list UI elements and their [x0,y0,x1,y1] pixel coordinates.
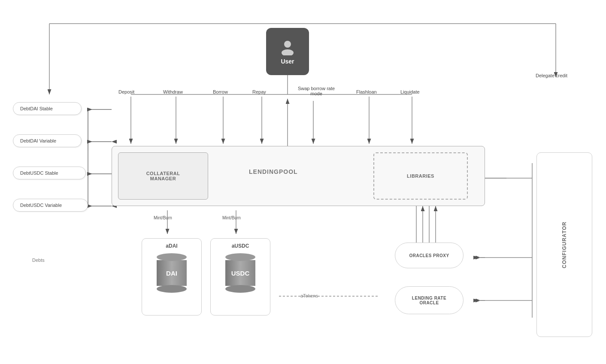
liquidate-label: Liquidate [400,89,420,94]
libraries-box: LIBRARIES [373,152,468,200]
configurator-box: CONFIGURATOR [536,152,592,337]
deposit-label: Deposit [118,89,134,94]
adai-label: aDAI [166,243,177,249]
usdc-cylinder: USDC [225,253,255,293]
user-box: User [266,28,309,75]
user-label: User [281,58,294,65]
usdc-text: USDC [231,270,250,277]
collateral-manager-box: COLLATERAL MANAGER [118,152,208,200]
swap-borrow-label: Swap borrow rate mode [297,86,336,96]
oracles-proxy-label: ORACLES PROXY [409,253,449,258]
collateral-manager-label: COLLATERAL MANAGER [146,171,180,181]
debt-box-0: DebtDAI Stable [13,102,82,115]
debt-label-0: DebtDAI Stable [20,106,53,111]
debt-label-1: DebtDAI Variable [20,138,56,143]
ausdc-label: aUSDC [232,243,249,249]
debt-box-3: DebtUSDC Variable [13,199,88,212]
debt-box-1: DebtDAI Variable [13,134,82,147]
mint-burn-label-1: Mint/Burn [154,215,172,220]
oracles-proxy-box: ORACLES PROXY [395,243,464,268]
svg-point-48 [282,49,294,55]
repay-label: Repay [252,89,266,94]
flashloan-label: Flashloan [356,89,377,94]
delegate-credit-label: Delegate credit [536,73,567,78]
ausdc-box: aUSDC USDC [210,238,270,315]
dai-cylinder: DAI [157,253,187,293]
debt-label-2: DebtUSDC Stable [20,170,58,176]
atokens-label: aTokens [300,293,318,298]
svg-point-47 [284,41,291,48]
mint-burn-label-2: Mint/Burn [222,215,241,220]
debt-label-3: DebtUSDC Variable [20,203,62,208]
borrow-label: Borrow [213,89,228,94]
dai-text: DAI [166,270,177,277]
debts-label: Debts [32,258,45,263]
adai-box: aDAI DAI [142,238,202,315]
lending-rate-oracle-box: LENDING RATE ORACLE [395,286,464,314]
diagram-container: User Delegate credit Deposit Withdraw Bo… [0,0,606,364]
configurator-label: CONFIGURATOR [561,221,567,268]
user-icon [279,38,296,55]
debt-box-2: DebtUSDC Stable [13,167,86,179]
libraries-label: LIBRARIES [407,173,434,179]
withdraw-label: Withdraw [163,89,183,94]
lending-rate-oracle-label: LENDING RATE ORACLE [412,296,446,305]
lendingpool-label: LENDINGPOOL [249,168,298,175]
